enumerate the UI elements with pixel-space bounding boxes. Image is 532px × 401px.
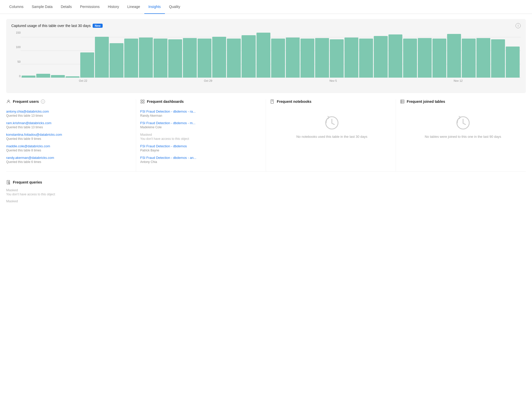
tab-quality[interactable]: Quality (165, 0, 184, 14)
tab-sample-data[interactable]: Sample Data (28, 0, 57, 14)
tab-history[interactable]: History (104, 0, 123, 14)
dashboard-author-2: Madeleine Cole (140, 125, 264, 129)
user-icon (6, 99, 11, 104)
frequent-dashboards-col: Frequent dashboards FSI Fraud Detection … (136, 99, 266, 171)
joined-tables-empty-state: No tables were joined to this one in the… (400, 110, 526, 144)
y-label-100: 100 (11, 46, 21, 49)
user-entry-1: antony.chia@databricks.com Queried this … (6, 110, 134, 117)
user-entry-3: konstantina.fotiadou@databricks.com Quer… (6, 133, 134, 141)
table-icon (400, 99, 405, 104)
user-subtitle-2: Queried this table 13 times (6, 125, 134, 129)
frequent-queries-header: Frequent queries (6, 180, 526, 185)
tab-permissions[interactable]: Permissions (76, 0, 104, 14)
bar-18 (286, 38, 300, 78)
tab-insights[interactable]: Insights (144, 0, 165, 14)
bar-2 (51, 75, 65, 78)
user-name-3[interactable]: konstantina.fotiadou@databricks.com (6, 133, 134, 136)
query-masked-label-1: Masked (6, 188, 526, 192)
bar-1 (36, 74, 50, 78)
dashboard-author-1: Randy Akerman (140, 114, 264, 117)
usage-chart: 0 50 100 150 Oct 22 (11, 31, 521, 88)
x-label-nov12: Nov 12 (396, 79, 521, 82)
svg-rect-18 (7, 180, 10, 184)
dashboard-name-2[interactable]: FSI Fraud Detection - dbdemos - m... (140, 121, 264, 125)
bar-27 (418, 38, 432, 78)
query-entry-1: Masked You don't have access to this obj… (6, 188, 526, 196)
y-label-150: 150 (11, 31, 21, 34)
dashboard-icon (140, 99, 145, 104)
tab-details[interactable]: Details (57, 0, 76, 14)
usage-title: Captured usage of this table over the la… (11, 24, 103, 28)
user-name-5[interactable]: randy.akerman@databricks.com (6, 156, 134, 160)
query-masked-sub-1: You don't have access to this object (6, 193, 526, 196)
svg-rect-13 (401, 100, 404, 103)
svg-rect-1 (141, 100, 142, 101)
frequent-users-title: Frequent users (13, 99, 39, 104)
frequent-notebooks-header: Frequent notebooks (270, 99, 394, 106)
dashboard-name-1[interactable]: FSI Fraud Detection - dbdemos - ra... (140, 110, 264, 113)
frequent-joined-tables-title: Frequent joined tables (407, 99, 445, 104)
usage-section: Captured usage of this table over the la… (6, 19, 526, 93)
dashboard-name-3[interactable]: FSI Fraud Detection - dbdemos (140, 144, 264, 148)
user-name-1[interactable]: antony.chia@databricks.com (6, 110, 134, 113)
bar-20 (315, 38, 329, 78)
frequent-joined-tables-header: Frequent joined tables (400, 99, 526, 106)
x-label-nov5: Nov 5 (271, 79, 396, 82)
notebooks-empty-state: No notebooks used this table in the last… (270, 110, 394, 144)
dashboard-entry-3: FSI Fraud Detection - dbdemos Patrick Ba… (140, 144, 264, 152)
y-label-0: 0 (11, 75, 21, 78)
query-masked-label-2: Masked (6, 199, 526, 203)
dashboard-name-4[interactable]: FSI Fraud Detection - dbdemos - an... (140, 156, 264, 160)
bar-26 (403, 39, 417, 78)
user-subtitle-3: Queried this table 9 times (6, 137, 134, 141)
tab-columns[interactable]: Columns (5, 0, 28, 14)
bar-17 (271, 39, 285, 78)
query-icon (6, 180, 11, 185)
bar-21 (330, 39, 344, 78)
frequent-users-col: Frequent users i antony.chia@databricks.… (6, 99, 136, 171)
user-entry-5: randy.akerman@databricks.com Queried thi… (6, 156, 134, 164)
bar-7 (124, 39, 138, 78)
bars-wrapper (21, 31, 521, 78)
bar-23 (359, 39, 373, 78)
sections-grid: Frequent users i antony.chia@databricks.… (6, 99, 526, 172)
frequent-joined-tables-col: Frequent joined tables No tables were jo… (396, 99, 526, 171)
bar-0 (22, 76, 36, 78)
svg-point-22 (8, 183, 10, 184)
bar-13 (212, 37, 226, 78)
frequent-users-info-icon[interactable]: i (41, 99, 45, 104)
usage-header: Captured usage of this table over the la… (11, 23, 521, 28)
frequent-notebooks-col: Frequent notebooks No notebooks used thi… (266, 99, 396, 171)
user-name-2[interactable]: ram.krishnan@databricks.com (6, 121, 134, 125)
dashboard-author-4: Antony Chia (140, 160, 264, 164)
frequent-users-header: Frequent users i (6, 99, 134, 106)
bar-19 (300, 39, 314, 78)
bar-4 (80, 52, 94, 78)
user-entry-2: ram.krishnan@databricks.com Queried this… (6, 121, 134, 129)
notebooks-empty-text: No notebooks used this table in the last… (296, 134, 367, 139)
notebook-icon (270, 99, 275, 104)
bar-25 (388, 34, 402, 78)
user-subtitle-4: Queried this table 8 times (6, 149, 134, 152)
dashboard-masked-sub: You don't have access to this object (140, 137, 264, 141)
y-axis: 0 50 100 150 (11, 31, 21, 78)
usage-info-icon[interactable]: i (516, 23, 521, 28)
x-label-oct29: Oct 29 (146, 79, 271, 82)
user-name-4[interactable]: maddie.cole@databricks.com (6, 144, 134, 148)
frequent-dashboards-title: Frequent dashboards (147, 99, 184, 104)
query-entry-2: Masked (6, 199, 526, 203)
dashboard-entry-2: FSI Fraud Detection - dbdemos - m... Mad… (140, 121, 264, 129)
notebooks-history-icon (324, 115, 340, 131)
frequent-dashboards-header: Frequent dashboards (140, 99, 264, 106)
tab-lineage[interactable]: Lineage (123, 0, 144, 14)
frequent-queries-title: Frequent queries (13, 180, 42, 184)
frequent-notebooks-title: Frequent notebooks (277, 99, 312, 104)
bar-16 (256, 33, 270, 78)
bar-3 (66, 76, 79, 78)
user-subtitle-1: Queried this table 13 times (6, 114, 134, 117)
main-content: Captured usage of this table over the la… (0, 14, 532, 211)
dashboard-masked-label: Masked (140, 133, 264, 136)
new-badge: New (93, 24, 103, 28)
user-entry-4: maddie.cole@databricks.com Queried this … (6, 144, 134, 152)
bar-30 (462, 39, 476, 78)
